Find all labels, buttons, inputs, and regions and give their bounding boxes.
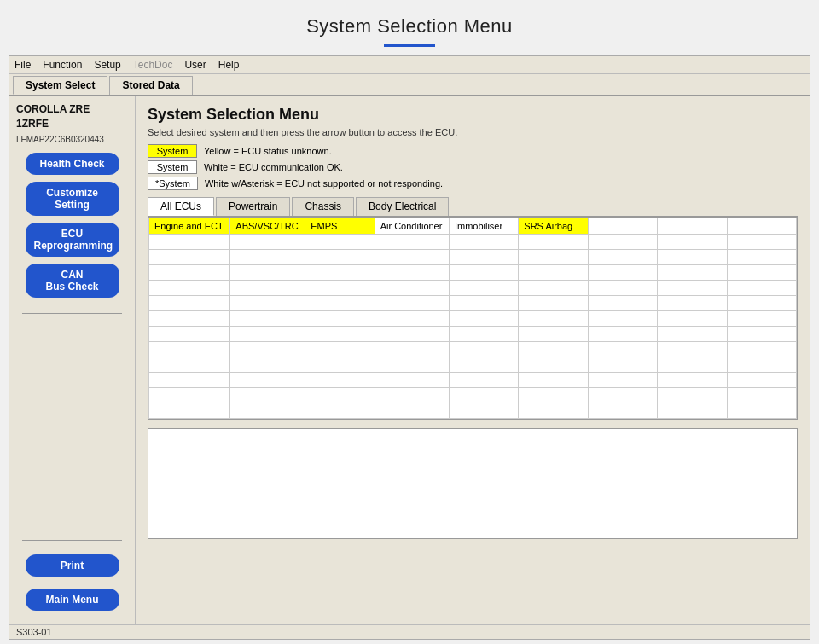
legend-btn-yellow: System [148,144,197,158]
ecu-header-col8 [658,218,727,235]
legend-row-yellow: System Yellow = ECU status unknown. [148,144,798,158]
table-row [149,327,797,342]
sidebar-divider-bottom [22,540,123,541]
legend-btn-white: System [148,160,197,174]
sidebar-bottom: Print Main Menu [16,531,128,618]
customize-setting-button[interactable]: CustomizeSetting [26,182,119,216]
ecu-tab-body-electrical[interactable]: Body Electrical [356,197,449,216]
can-bus-check-button[interactable]: CANBus Check [26,264,119,298]
vin-label: LFMAP22C6B0320443 [16,135,128,144]
ecu-tab-all[interactable]: All ECUs [148,197,214,216]
legend-text-asterisk: White w/Asterisk = ECU not supported or … [205,178,443,189]
sidebar-divider-top [22,313,123,314]
legend-row-asterisk: *System White w/Asterisk = ECU not suppo… [148,177,798,190]
table-row [149,388,797,403]
table-row [149,281,797,296]
ecu-reprogramming-button[interactable]: ECUReprogramming [26,223,119,257]
sidebar: COROLLA ZRE 1ZRFE LFMAP22C6B0320443 Heal… [9,96,136,624]
ecu-header-abs[interactable]: ABS/VSC/TRC [230,218,305,235]
app-window: File Function Setup TechDoc User Help Sy… [9,55,810,640]
ecu-header-immobiliser[interactable]: Immobiliser [449,218,518,235]
ecu-tab-chassis[interactable]: Chassis [292,197,354,216]
ecu-header-row: Engine and ECT ABS/VSC/TRC EMPS Air Cond… [149,218,797,235]
main-content: COROLLA ZRE 1ZRFE LFMAP22C6B0320443 Heal… [9,96,810,624]
ecu-tabs: All ECUs Powertrain Chassis Body Electri… [148,197,798,217]
tab-stored-data[interactable]: Stored Data [109,76,192,95]
vehicle-line2: 1ZRFE [16,118,49,130]
ecu-tab-powertrain[interactable]: Powertrain [216,197,290,216]
health-check-button[interactable]: Health Check [26,153,119,175]
menu-file[interactable]: File [15,59,31,71]
menu-setup[interactable]: Setup [94,59,120,71]
status-bar: S303-01 [9,624,810,639]
table-row [149,311,797,327]
table-row [149,403,797,419]
menubar: File Function Setup TechDoc User Help [9,56,810,74]
table-row [149,265,797,281]
content-area: System Selection Menu Select desired sys… [136,96,810,624]
main-menu-button[interactable]: Main Menu [26,589,119,611]
legend: System Yellow = ECU status unknown. Syst… [148,144,798,190]
ecu-table: Engine and ECT ABS/VSC/TRC EMPS Air Cond… [148,218,797,419]
vehicle-info: COROLLA ZRE 1ZRFE [16,102,128,131]
table-row [149,373,797,388]
vehicle-line1: COROLLA ZRE [16,103,90,115]
tabs-bar: System Select Stored Data [9,74,810,96]
detail-area [148,428,798,539]
table-row [149,342,797,357]
ecu-header-srs[interactable]: SRS Airbag [519,218,588,235]
ecu-header-col9 [727,218,796,235]
page-title: System Selection Menu [0,15,819,38]
legend-text-yellow: Yellow = ECU status unknown. [204,146,332,156]
tab-system-select[interactable]: System Select [13,76,107,95]
print-button[interactable]: Print [26,554,119,577]
table-row [149,296,797,311]
page-title-underline [384,44,435,47]
menu-user[interactable]: User [184,59,206,71]
legend-row-white: System White = ECU communication OK. [148,160,798,174]
status-text: S303-01 [16,627,52,637]
ecu-header-engine[interactable]: Engine and ECT [149,218,230,235]
menu-function[interactable]: Function [43,59,82,71]
menu-help[interactable]: Help [218,59,240,71]
ecu-header-ac[interactable]: Air Conditioner [375,218,449,235]
section-title: System Selection Menu [148,106,798,124]
legend-text-white: White = ECU communication OK. [204,162,343,172]
ecu-table-wrapper: Engine and ECT ABS/VSC/TRC EMPS Air Cond… [148,217,798,420]
table-row [149,357,797,373]
section-subtitle: Select desired system and then press the… [148,127,798,137]
page-title-area: System Selection Menu [0,0,819,55]
ecu-header-emps[interactable]: EMPS [305,218,375,235]
table-row [149,235,797,250]
table-row [149,250,797,265]
menu-techdoc[interactable]: TechDoc [133,59,173,71]
ecu-header-col7 [588,218,657,235]
legend-btn-asterisk: *System [148,177,198,190]
